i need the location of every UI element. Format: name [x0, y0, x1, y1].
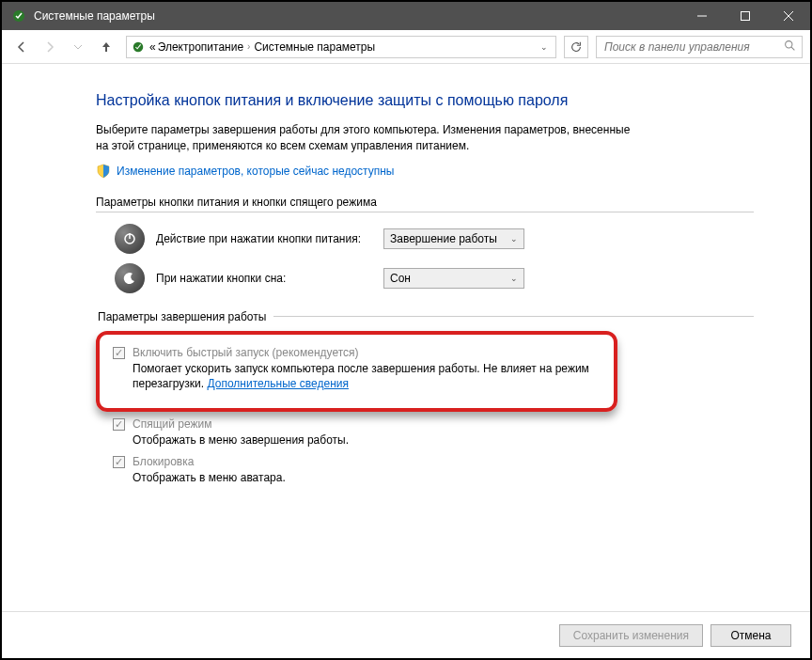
- change-unavailable-settings-link[interactable]: Изменение параметров, которые сейчас нед…: [117, 165, 395, 178]
- fast-startup-description: Помогает ускорить запуск компьютера посл…: [133, 361, 601, 391]
- minimize-button[interactable]: [680, 2, 724, 30]
- breadcrumb-prefix: «: [149, 40, 156, 54]
- forward-button[interactable]: [38, 35, 62, 59]
- lock-description: Отображать в меню аватара.: [133, 470, 621, 485]
- close-button[interactable]: [767, 2, 810, 30]
- highlight-annotation: Включить быстрый запуск (рекомендуется) …: [96, 331, 617, 412]
- app-icon: [11, 8, 26, 24]
- sleep-mode-label: Спящий режим: [133, 417, 211, 431]
- cancel-button[interactable]: Отмена: [710, 624, 791, 647]
- up-button[interactable]: [94, 35, 118, 59]
- fast-startup-label: Включить быстрый запуск (рекомендуется): [133, 346, 359, 359]
- breadcrumb-system-settings[interactable]: Системные параметры: [254, 40, 375, 54]
- content-area: Настройка кнопок питания и включение защ…: [2, 64, 810, 611]
- chevron-down-icon: ⌄: [510, 274, 518, 283]
- lock-label: Блокировка: [133, 455, 194, 468]
- nav-toolbar: « Электропитание › Системные параметры ⌄: [2, 30, 810, 64]
- search-box[interactable]: [596, 36, 803, 58]
- back-button[interactable]: [9, 35, 34, 59]
- address-app-icon: [131, 39, 146, 55]
- maximize-button[interactable]: [724, 2, 767, 30]
- sleep-button-action-label: При нажатии кнопки сна:: [156, 272, 372, 285]
- recent-dropdown-icon[interactable]: [66, 35, 90, 59]
- chevron-right-icon: ›: [245, 41, 252, 52]
- chevron-down-icon: ⌄: [510, 234, 518, 244]
- titlebar: Системные параметры: [2, 2, 810, 30]
- sleep-button-action-dropdown[interactable]: Сон ⌄: [383, 268, 524, 289]
- svg-point-6: [786, 40, 792, 47]
- refresh-button[interactable]: [564, 36, 588, 58]
- page-description: Выберите параметры завершения работы для…: [96, 122, 641, 154]
- search-input[interactable]: [602, 39, 784, 55]
- breadcrumb: « Электропитание › Системные параметры: [149, 40, 537, 54]
- address-dropdown-icon[interactable]: ⌄: [537, 42, 552, 52]
- address-bar[interactable]: « Электропитание › Системные параметры ⌄: [126, 36, 556, 58]
- window-title: Системные параметры: [34, 9, 155, 23]
- svg-line-7: [791, 47, 794, 50]
- power-button-action-dropdown[interactable]: Завершение работы ⌄: [383, 228, 524, 249]
- more-info-link[interactable]: Дополнительные сведения: [207, 377, 348, 390]
- power-button-action-value: Завершение работы: [390, 232, 497, 245]
- save-button[interactable]: Сохранить изменения: [559, 624, 703, 647]
- power-icon: [115, 224, 145, 254]
- fast-startup-checkbox[interactable]: [113, 347, 125, 359]
- sleep-mode-checkbox[interactable]: [113, 418, 125, 431]
- svg-rect-2: [742, 12, 750, 21]
- section-shutdown-heading: Параметры завершения работы: [96, 310, 273, 323]
- breadcrumb-power[interactable]: Электропитание: [158, 40, 243, 54]
- sleep-icon: [115, 263, 145, 293]
- shield-icon: [96, 164, 111, 179]
- sleep-mode-description: Отображать в меню завершения работы.: [133, 432, 621, 448]
- sleep-button-action-value: Сон: [390, 272, 411, 285]
- page-title: Настройка кнопок питания и включение защ…: [96, 92, 754, 109]
- section-buttons-heading: Параметры кнопки питания и кнопки спящег…: [96, 196, 754, 212]
- lock-checkbox[interactable]: [113, 456, 125, 468]
- search-icon: [784, 39, 796, 55]
- footer: Сохранить изменения Отмена: [2, 611, 810, 658]
- power-button-action-label: Действие при нажатии кнопки питания:: [156, 232, 372, 245]
